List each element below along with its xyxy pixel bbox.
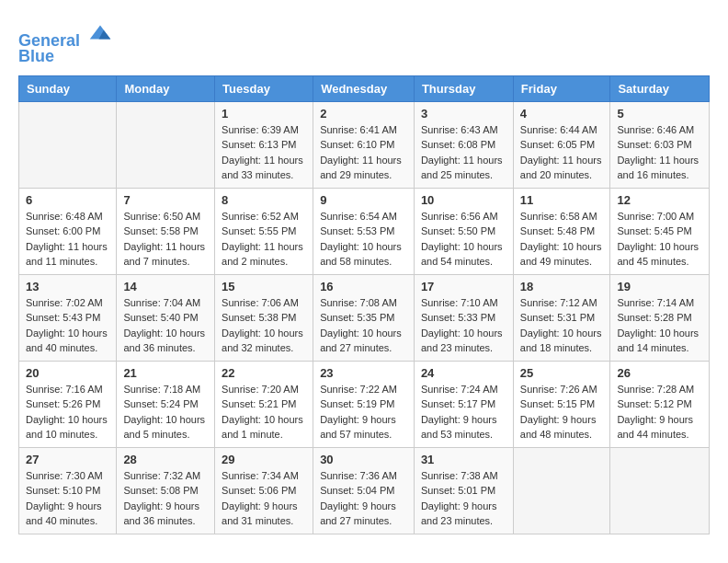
day-number: 10 bbox=[421, 193, 506, 207]
day-number: 16 bbox=[320, 280, 407, 293]
day-number: 22 bbox=[222, 366, 306, 380]
day-info: Sunrise: 6:46 AM Sunset: 6:03 PM Dayligh… bbox=[617, 122, 702, 183]
day-info: Sunrise: 7:24 AM Sunset: 5:17 PM Dayligh… bbox=[421, 382, 506, 442]
day-info: Sunrise: 6:41 AM Sunset: 6:10 PM Dayligh… bbox=[320, 122, 407, 183]
day-info: Sunrise: 7:20 AM Sunset: 5:21 PM Dayligh… bbox=[222, 382, 306, 442]
calendar-cell: 9Sunrise: 6:54 AM Sunset: 5:53 PM Daylig… bbox=[313, 188, 415, 274]
calendar-cell: 16Sunrise: 7:08 AM Sunset: 5:35 PM Dayli… bbox=[313, 274, 415, 361]
calendar-cell: 10Sunrise: 6:56 AM Sunset: 5:50 PM Dayli… bbox=[414, 188, 513, 274]
day-info: Sunrise: 6:39 AM Sunset: 6:13 PM Dayligh… bbox=[222, 122, 306, 183]
calendar-cell: 11Sunrise: 6:58 AM Sunset: 5:48 PM Dayli… bbox=[513, 188, 610, 274]
day-number: 21 bbox=[123, 366, 208, 380]
day-number: 18 bbox=[520, 280, 604, 293]
calendar-week-5: 27Sunrise: 7:30 AM Sunset: 5:10 PM Dayli… bbox=[19, 447, 710, 534]
day-info: Sunrise: 7:08 AM Sunset: 5:35 PM Dayligh… bbox=[320, 295, 407, 356]
calendar-cell: 5Sunrise: 6:46 AM Sunset: 6:03 PM Daylig… bbox=[610, 101, 710, 188]
day-info: Sunrise: 6:52 AM Sunset: 5:55 PM Dayligh… bbox=[222, 209, 306, 270]
day-number: 28 bbox=[123, 453, 208, 466]
calendar-cell: 1Sunrise: 6:39 AM Sunset: 6:13 PM Daylig… bbox=[215, 101, 313, 188]
calendar-cell: 22Sunrise: 7:20 AM Sunset: 5:21 PM Dayli… bbox=[215, 361, 313, 447]
calendar-cell: 29Sunrise: 7:34 AM Sunset: 5:06 PM Dayli… bbox=[215, 447, 313, 534]
day-number: 9 bbox=[320, 193, 407, 207]
calendar-cell bbox=[19, 101, 117, 188]
calendar-header-friday: Friday bbox=[513, 75, 610, 101]
day-number: 15 bbox=[222, 280, 306, 293]
calendar-cell: 30Sunrise: 7:36 AM Sunset: 5:04 PM Dayli… bbox=[313, 447, 415, 534]
day-info: Sunrise: 7:22 AM Sunset: 5:19 PM Dayligh… bbox=[320, 382, 407, 442]
calendar-cell: 27Sunrise: 7:30 AM Sunset: 5:10 PM Dayli… bbox=[19, 447, 117, 534]
day-number: 20 bbox=[26, 366, 109, 380]
day-number: 8 bbox=[222, 193, 306, 207]
day-number: 23 bbox=[320, 366, 407, 380]
day-info: Sunrise: 7:32 AM Sunset: 5:08 PM Dayligh… bbox=[123, 468, 208, 529]
day-info: Sunrise: 6:58 AM Sunset: 5:48 PM Dayligh… bbox=[520, 209, 604, 270]
calendar-header-row: SundayMondayTuesdayWednesdayThursdayFrid… bbox=[19, 75, 710, 101]
day-number: 2 bbox=[320, 107, 407, 121]
calendar-week-1: 1Sunrise: 6:39 AM Sunset: 6:13 PM Daylig… bbox=[19, 101, 710, 188]
day-number: 27 bbox=[26, 453, 109, 466]
day-number: 4 bbox=[520, 107, 604, 121]
calendar-cell: 17Sunrise: 7:10 AM Sunset: 5:33 PM Dayli… bbox=[414, 274, 513, 361]
day-info: Sunrise: 7:10 AM Sunset: 5:33 PM Dayligh… bbox=[421, 295, 506, 356]
calendar-cell: 12Sunrise: 7:00 AM Sunset: 5:45 PM Dayli… bbox=[610, 188, 710, 274]
calendar-cell bbox=[513, 447, 610, 534]
calendar-cell: 19Sunrise: 7:14 AM Sunset: 5:28 PM Dayli… bbox=[610, 274, 710, 361]
day-number: 3 bbox=[421, 107, 506, 121]
calendar-header-wednesday: Wednesday bbox=[313, 75, 415, 101]
calendar-header-sunday: Sunday bbox=[19, 75, 117, 101]
day-info: Sunrise: 7:36 AM Sunset: 5:04 PM Dayligh… bbox=[320, 468, 407, 529]
day-info: Sunrise: 6:54 AM Sunset: 5:53 PM Dayligh… bbox=[320, 209, 407, 270]
day-number: 5 bbox=[617, 107, 702, 121]
calendar-cell: 8Sunrise: 6:52 AM Sunset: 5:55 PM Daylig… bbox=[215, 188, 313, 274]
calendar-cell: 23Sunrise: 7:22 AM Sunset: 5:19 PM Dayli… bbox=[313, 361, 415, 447]
day-info: Sunrise: 7:30 AM Sunset: 5:10 PM Dayligh… bbox=[26, 468, 109, 529]
day-number: 14 bbox=[123, 280, 208, 293]
calendar-cell: 18Sunrise: 7:12 AM Sunset: 5:31 PM Dayli… bbox=[513, 274, 610, 361]
calendar-cell: 24Sunrise: 7:24 AM Sunset: 5:17 PM Dayli… bbox=[414, 361, 513, 447]
calendar-cell: 7Sunrise: 6:50 AM Sunset: 5:58 PM Daylig… bbox=[117, 188, 215, 274]
day-info: Sunrise: 7:02 AM Sunset: 5:43 PM Dayligh… bbox=[26, 295, 109, 356]
logo-icon bbox=[86, 18, 114, 46]
calendar-cell: 21Sunrise: 7:18 AM Sunset: 5:24 PM Dayli… bbox=[117, 361, 215, 447]
calendar-cell: 15Sunrise: 7:06 AM Sunset: 5:38 PM Dayli… bbox=[215, 274, 313, 361]
day-number: 30 bbox=[320, 453, 407, 466]
calendar-cell: 26Sunrise: 7:28 AM Sunset: 5:12 PM Dayli… bbox=[610, 361, 710, 447]
calendar-cell: 31Sunrise: 7:38 AM Sunset: 5:01 PM Dayli… bbox=[414, 447, 513, 534]
calendar-cell: 28Sunrise: 7:32 AM Sunset: 5:08 PM Dayli… bbox=[117, 447, 215, 534]
calendar-header-tuesday: Tuesday bbox=[215, 75, 313, 101]
day-number: 26 bbox=[617, 366, 702, 380]
calendar-header-saturday: Saturday bbox=[610, 75, 710, 101]
day-number: 6 bbox=[26, 193, 109, 207]
day-number: 7 bbox=[123, 193, 208, 207]
logo-text: General bbox=[18, 18, 114, 51]
day-number: 11 bbox=[520, 193, 604, 207]
day-info: Sunrise: 7:34 AM Sunset: 5:06 PM Dayligh… bbox=[222, 468, 306, 529]
day-info: Sunrise: 7:16 AM Sunset: 5:26 PM Dayligh… bbox=[26, 382, 109, 442]
day-info: Sunrise: 7:00 AM Sunset: 5:45 PM Dayligh… bbox=[617, 209, 702, 270]
day-info: Sunrise: 6:48 AM Sunset: 6:00 PM Dayligh… bbox=[26, 209, 109, 270]
calendar-header-monday: Monday bbox=[117, 75, 215, 101]
calendar-cell: 20Sunrise: 7:16 AM Sunset: 5:26 PM Dayli… bbox=[19, 361, 117, 447]
day-number: 29 bbox=[222, 453, 306, 466]
day-number: 1 bbox=[222, 107, 306, 121]
day-number: 31 bbox=[421, 453, 506, 466]
calendar-cell: 3Sunrise: 6:43 AM Sunset: 6:08 PM Daylig… bbox=[414, 101, 513, 188]
calendar-cell bbox=[117, 101, 215, 188]
calendar-cell: 4Sunrise: 6:44 AM Sunset: 6:05 PM Daylig… bbox=[513, 101, 610, 188]
day-info: Sunrise: 7:26 AM Sunset: 5:15 PM Dayligh… bbox=[520, 382, 604, 442]
day-info: Sunrise: 7:12 AM Sunset: 5:31 PM Dayligh… bbox=[520, 295, 604, 356]
day-number: 24 bbox=[421, 366, 506, 380]
day-info: Sunrise: 7:14 AM Sunset: 5:28 PM Dayligh… bbox=[617, 295, 702, 356]
calendar-cell: 13Sunrise: 7:02 AM Sunset: 5:43 PM Dayli… bbox=[19, 274, 117, 361]
logo: General Blue bbox=[18, 18, 114, 66]
day-info: Sunrise: 6:44 AM Sunset: 6:05 PM Dayligh… bbox=[520, 122, 604, 183]
day-info: Sunrise: 7:04 AM Sunset: 5:40 PM Dayligh… bbox=[123, 295, 208, 356]
calendar-cell: 6Sunrise: 6:48 AM Sunset: 6:00 PM Daylig… bbox=[19, 188, 117, 274]
day-number: 12 bbox=[617, 193, 702, 207]
day-info: Sunrise: 7:28 AM Sunset: 5:12 PM Dayligh… bbox=[617, 382, 702, 442]
day-info: Sunrise: 7:06 AM Sunset: 5:38 PM Dayligh… bbox=[222, 295, 306, 356]
calendar-week-2: 6Sunrise: 6:48 AM Sunset: 6:00 PM Daylig… bbox=[19, 188, 710, 274]
day-info: Sunrise: 6:43 AM Sunset: 6:08 PM Dayligh… bbox=[421, 122, 506, 183]
page-header: General Blue bbox=[18, 18, 710, 66]
day-info: Sunrise: 6:50 AM Sunset: 5:58 PM Dayligh… bbox=[123, 209, 208, 270]
